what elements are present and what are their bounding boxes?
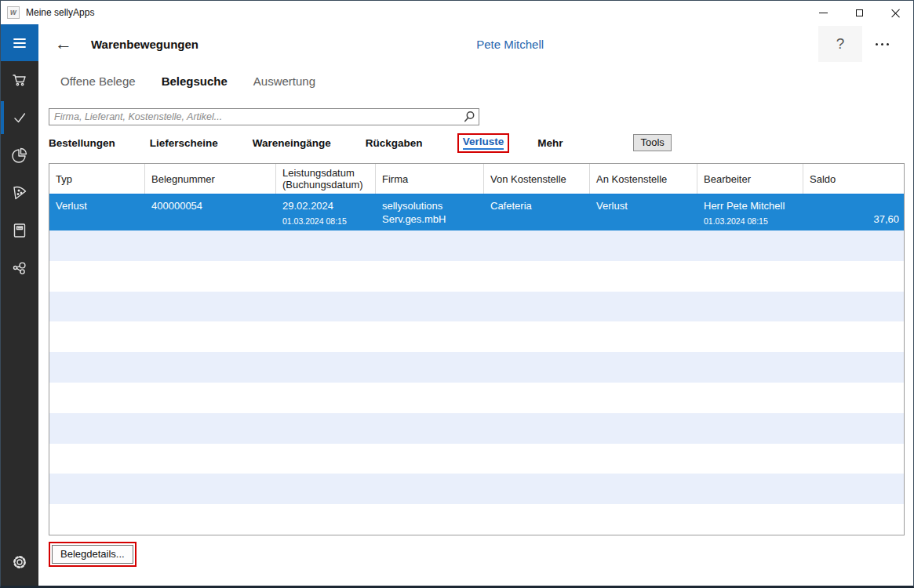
main-tabs: Offene Belege Belegsuche Auswertung xyxy=(49,64,901,99)
app-logo-icon: w xyxy=(7,6,20,19)
pizza-icon xyxy=(10,183,29,202)
bearbeiter-datum-value: 01.03.2024 08:15 xyxy=(704,216,797,227)
user-name[interactable]: Pete Mitchell xyxy=(476,38,544,51)
book-icon xyxy=(10,221,29,240)
column-header-belegnummer[interactable]: Belegnummer xyxy=(145,164,276,194)
table-empty-rows xyxy=(49,230,904,535)
sidebar-item-share[interactable] xyxy=(1,249,38,287)
sidebar xyxy=(1,24,38,586)
cell-von-kostenstelle: Cafeteria xyxy=(484,195,590,230)
column-header-typ[interactable]: Typ xyxy=(49,164,145,194)
window-controls xyxy=(805,1,913,24)
share-icon xyxy=(10,259,29,278)
cell-typ: Verlust xyxy=(49,195,145,230)
close-icon xyxy=(891,9,900,17)
belegdetails-button[interactable]: Belegdetails... xyxy=(52,545,133,564)
sidebar-item-documents[interactable] xyxy=(1,99,38,136)
cell-firma: sellysolutions Serv.ges.mbH xyxy=(376,195,484,230)
buchungsdatum-value: 01.03.2024 08:15 xyxy=(282,216,370,227)
cell-bearbeiter: Herr Pete Mitchell 01.03.2024 08:15 xyxy=(697,195,803,230)
filter-bestellungen[interactable]: Bestellungen xyxy=(49,137,115,149)
hamburger-icon xyxy=(10,34,29,53)
minimize-button[interactable] xyxy=(805,1,841,24)
close-button[interactable] xyxy=(877,1,913,24)
search-icon xyxy=(463,111,475,123)
column-header-bearbeiter[interactable]: Bearbeiter xyxy=(697,164,803,194)
sidebar-spacer xyxy=(1,287,38,543)
filter-lieferscheine[interactable]: Lieferscheine xyxy=(150,137,218,149)
sidebar-item-settings[interactable] xyxy=(1,543,38,581)
filter-bar: Bestellungen Lieferscheine Wareneingänge… xyxy=(49,132,901,153)
cell-belegnummer: 400000054 xyxy=(145,195,276,230)
cell-saldo: 37,60 xyxy=(803,195,905,230)
cell-leistungsdatum: 29.02.2024 01.03.2024 08:15 xyxy=(276,195,376,230)
search-input[interactable] xyxy=(49,108,479,125)
app-window: w Meine sellyApps xyxy=(0,0,914,588)
footer-bar: Belegdetails... xyxy=(49,542,901,567)
column-header-leistungsdatum[interactable]: Leistungsdatum (Buchungsdatum) xyxy=(276,164,376,194)
back-button[interactable]: ← xyxy=(49,35,77,53)
search-bar xyxy=(49,108,479,125)
help-icon: ? xyxy=(836,35,845,52)
hamburger-menu-button[interactable] xyxy=(1,24,38,61)
column-header-firma[interactable]: Firma xyxy=(376,164,484,194)
check-icon xyxy=(10,108,29,127)
cart-icon xyxy=(10,71,29,89)
titlebar: w Meine sellyApps xyxy=(1,1,913,24)
help-button[interactable]: ? xyxy=(818,26,862,62)
bearbeiter-value: Herr Pete Mitchell xyxy=(704,200,797,213)
page-title: Warenbewegungen xyxy=(91,38,198,51)
cell-an-kostenstelle: Verlust xyxy=(590,195,697,230)
table-row-selected[interactable]: Verlust 400000054 29.02.2024 01.03.2024 … xyxy=(49,195,904,230)
titlebar-left: w Meine sellyApps xyxy=(1,6,94,19)
column-header-an-kostenstelle[interactable]: An Kostenstelle xyxy=(590,164,697,194)
filter-rueckgaben[interactable]: Rückgaben xyxy=(366,137,423,149)
pie-chart-icon xyxy=(10,146,29,165)
header-actions: ? xyxy=(818,26,901,62)
more-button[interactable] xyxy=(862,26,901,62)
tab-offene-belege[interactable]: Offene Belege xyxy=(60,74,136,88)
tab-auswertung[interactable]: Auswertung xyxy=(253,74,315,88)
table-header: Typ Belegnummer Leistungsdatum (Buchungs… xyxy=(49,164,904,195)
sidebar-item-catalog[interactable] xyxy=(1,212,38,249)
sidebar-item-statistics[interactable] xyxy=(1,136,38,174)
leistungsdatum-value: 29.02.2024 xyxy=(282,200,370,213)
tools-button[interactable]: Tools xyxy=(633,134,671,151)
results-table: Typ Belegnummer Leistungsdatum (Buchungs… xyxy=(49,163,905,535)
filter-wareneingaenge[interactable]: Wareneingänge xyxy=(253,137,331,149)
minimize-icon xyxy=(819,13,828,13)
tab-belegsuche[interactable]: Belegsuche xyxy=(162,74,228,88)
sidebar-item-cart[interactable] xyxy=(1,61,38,99)
back-arrow-icon: ← xyxy=(55,34,72,53)
highlight-box-belegdetails: Belegdetails... xyxy=(49,542,137,567)
page-header: ← Warenbewegungen Pete Mitchell ? xyxy=(49,24,901,64)
filter-verluste[interactable]: Verluste xyxy=(463,136,504,150)
maximize-icon xyxy=(856,9,863,16)
content-area: ← Warenbewegungen Pete Mitchell ? Offene… xyxy=(38,24,913,586)
gear-icon xyxy=(10,553,29,572)
filter-mehr[interactable]: Mehr xyxy=(537,137,563,149)
ellipsis-icon xyxy=(876,43,889,45)
window-title: Meine sellyApps xyxy=(26,7,94,18)
maximize-button[interactable] xyxy=(841,1,877,24)
column-header-von-kostenstelle[interactable]: Von Kostenstelle xyxy=(484,164,590,194)
sidebar-item-food[interactable] xyxy=(1,174,38,212)
highlight-box-verluste: Verluste xyxy=(457,133,510,153)
column-header-saldo[interactable]: Saldo xyxy=(803,164,905,194)
